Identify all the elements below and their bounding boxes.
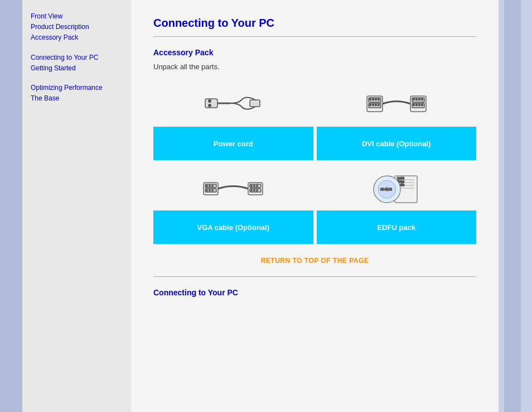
svg-point-33 — [206, 190, 207, 191]
svg-point-21 — [418, 99, 420, 100]
svg-point-20 — [415, 99, 417, 100]
svg-point-11 — [378, 99, 379, 100]
svg-point-13 — [372, 104, 374, 106]
svg-point-44 — [257, 190, 258, 191]
edfu-icon: Quick Setup Guide CD-ROM — [371, 171, 422, 205]
svg-point-34 — [209, 190, 210, 191]
svg-point-39 — [251, 185, 252, 186]
edfu-label: EDFU pack — [317, 210, 477, 244]
edfu-label-item: EDFU pack — [317, 210, 477, 244]
sidebar-item-accessory-pack[interactable]: Accessory Pack — [31, 32, 123, 43]
left-decorative-panel — [0, 0, 22, 412]
vga-cable-label: VGA cable (Optional) — [153, 210, 313, 244]
power-cord-label: Power cord — [153, 127, 313, 160]
svg-point-19 — [413, 99, 414, 100]
sidebar-item-optimizing[interactable]: Optimizing Performance — [31, 83, 123, 93]
power-cord-label-item: Power cord — [153, 127, 313, 160]
sidebar-item-product-description[interactable]: Product Description — [31, 22, 123, 32]
dvi-cable-label: DVI cable (Optional) — [317, 127, 477, 160]
accessory-images-row-2: Quick Setup Guide CD-ROM — [153, 166, 476, 210]
svg-rect-0 — [205, 99, 217, 108]
svg-point-43 — [254, 190, 255, 191]
svg-point-30 — [206, 185, 207, 186]
description-text: Unpack all the parts. — [153, 63, 476, 71]
dvi-cable-label-item: DVI cable (Optional) — [317, 127, 477, 160]
svg-point-40 — [254, 185, 255, 186]
svg-point-41 — [257, 185, 258, 186]
svg-point-4 — [209, 104, 211, 107]
vga-cable-item — [153, 166, 313, 210]
power-cord-icon — [202, 88, 264, 121]
main-content: Connecting to Your PC Accessory Pack Unp… — [131, 0, 499, 412]
svg-point-35 — [212, 190, 213, 191]
top-divider — [153, 36, 476, 37]
sidebar-item-front-view[interactable]: Front View — [31, 11, 123, 22]
svg-point-14 — [375, 104, 376, 106]
svg-point-3 — [209, 100, 211, 102]
dvi-cable-item — [317, 82, 477, 127]
accessory-labels-row-1: Power cord DVI cable (Optional) — [153, 127, 476, 160]
return-to-top-container: RETURN TO TOP OF THE PAGE — [153, 255, 476, 265]
vga-cable-icon — [202, 171, 264, 205]
right-decorative-panel — [499, 0, 532, 412]
sidebar-group-1: Front View Product Description Accessory… — [31, 11, 123, 44]
svg-point-24 — [415, 104, 417, 106]
page-title: Connecting to Your PC — [153, 17, 476, 30]
return-to-top-link[interactable]: RETURN TO TOP OF THE PAGE — [261, 257, 369, 265]
edfu-image: Quick Setup Guide CD-ROM — [366, 166, 427, 210]
vga-cable-image — [197, 166, 269, 210]
svg-text:CD-ROM: CD-ROM — [380, 188, 392, 191]
sidebar-item-getting-started[interactable]: Getting Started — [31, 63, 123, 74]
power-cord-image — [197, 82, 269, 127]
section-title: Accessory Pack — [153, 48, 476, 57]
svg-point-23 — [413, 104, 414, 106]
svg-point-12 — [369, 104, 371, 106]
svg-point-22 — [421, 99, 423, 100]
sidebar-item-base[interactable]: The Base — [31, 93, 123, 104]
svg-point-31 — [209, 185, 210, 186]
sidebar: Front View Product Description Accessory… — [22, 0, 131, 412]
svg-point-25 — [418, 104, 420, 106]
vga-cable-label-item: VGA cable (Optional) — [153, 210, 313, 244]
svg-point-32 — [212, 185, 213, 186]
right-panel-inner — [504, 0, 521, 412]
bottom-divider — [153, 276, 476, 277]
bottom-section-title: Connecting to Your PC — [153, 288, 476, 297]
dvi-cable-icon — [366, 88, 427, 121]
svg-point-42 — [251, 190, 252, 191]
accessory-labels-row-2: VGA cable (Optional) EDFU pack — [153, 210, 476, 244]
sidebar-group-2: Connecting to Your PC Getting Started — [31, 52, 123, 74]
sidebar-item-connecting[interactable]: Connecting to Your PC — [31, 52, 123, 63]
svg-point-10 — [375, 99, 376, 100]
svg-point-15 — [378, 104, 379, 106]
svg-point-8 — [369, 99, 371, 100]
dvi-cable-image — [360, 82, 433, 127]
edfu-item: Quick Setup Guide CD-ROM — [317, 166, 477, 210]
svg-point-26 — [421, 104, 423, 106]
power-cord-item — [153, 82, 313, 127]
svg-rect-2 — [250, 100, 260, 107]
svg-point-9 — [372, 99, 374, 100]
accessory-images-row-1 — [153, 82, 476, 127]
accessories-grid: Power cord DVI cable (Optional) — [153, 82, 476, 244]
sidebar-group-3: Optimizing Performance The Base — [31, 83, 123, 104]
